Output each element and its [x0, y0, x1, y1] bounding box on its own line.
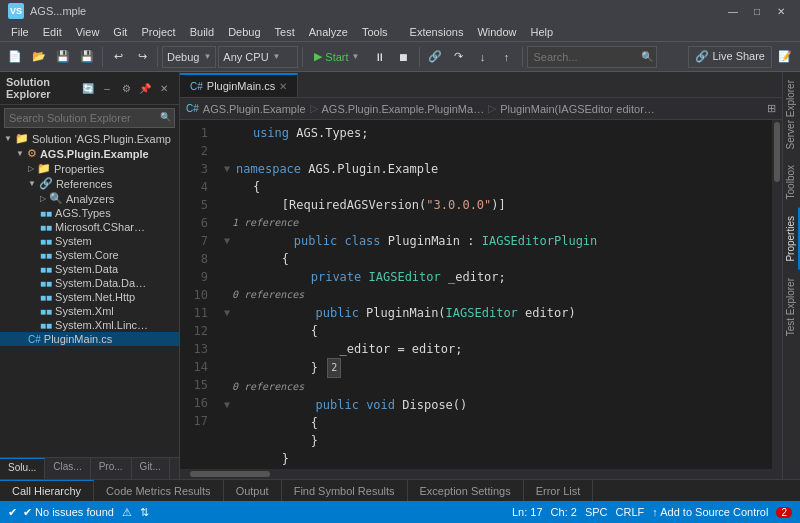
breadcrumb-icon1: C#	[186, 103, 199, 114]
breadcrumb-expand[interactable]: ⊞	[767, 102, 776, 115]
right-tab-server-explorer[interactable]: Server Explorer	[783, 72, 800, 157]
editor-tab-pluginMain[interactable]: C# PluginMain.cs ✕	[180, 73, 298, 97]
line-numbers: 12345 678910 1112131415 1617	[180, 120, 216, 469]
right-tab-toolbox[interactable]: Toolbox	[783, 157, 800, 207]
save-all-btn[interactable]: 💾	[76, 46, 98, 68]
analyzers-label: Analyzers	[66, 193, 114, 205]
step-into-btn[interactable]: ↓	[472, 46, 494, 68]
breadcrumb-3[interactable]: PluginMain(IAGSEditor editor…	[500, 103, 655, 115]
se-refresh-btn[interactable]: 🔄	[79, 79, 97, 97]
undo-btn[interactable]: ↩	[107, 46, 129, 68]
bottom-tab-exceptionSettings[interactable]: Exception Settings	[408, 480, 524, 501]
menu-view[interactable]: View	[69, 24, 107, 40]
menu-file[interactable]: File	[4, 24, 36, 40]
se-close-btn[interactable]: ✕	[155, 79, 173, 97]
vertical-scrollbar[interactable]	[772, 120, 782, 469]
editor-tab-close[interactable]: ✕	[279, 81, 287, 92]
tree-item-analyzers[interactable]: ▷ 🔍 Analyzers	[0, 191, 179, 206]
tab-solution[interactable]: Solu...	[0, 458, 45, 479]
stop-btn[interactable]: ⏹	[393, 46, 415, 68]
bottom-tab-callHierarchy[interactable]: Call Hierarchy	[0, 480, 94, 501]
systemNet-label: System.Net.Http	[55, 291, 135, 303]
attach-btn[interactable]: 🔗	[424, 46, 446, 68]
title-bar-controls: — □ ✕	[722, 2, 792, 20]
add-to-source-control[interactable]: ↑ Add to Source Control	[652, 506, 768, 518]
menu-analyze[interactable]: Analyze	[302, 24, 355, 40]
start-icon: ▶	[314, 50, 322, 63]
status-bar: ✔ ✔ No issues found ⚠ ⇅ Ln: 17 Ch: 2 SPC…	[0, 501, 800, 523]
live-share-button[interactable]: 🔗 Live Share	[688, 46, 772, 68]
code-editor[interactable]: using AGS.Types; ▼ namespace AGS.Plugin.…	[216, 120, 772, 469]
tree-item-properties[interactable]: ▷ 📁 Properties	[0, 161, 179, 176]
tab-pro[interactable]: Pro...	[91, 458, 132, 479]
tree-item-systemDataDa[interactable]: ■■ System.Data.Da…	[0, 276, 179, 290]
hscrollbar[interactable]	[180, 469, 782, 479]
code-line-1: using AGS.Types;	[224, 124, 764, 142]
redo-btn[interactable]: ↪	[131, 46, 153, 68]
bottom-tab-errorList[interactable]: Error List	[524, 480, 594, 501]
pause-btn[interactable]: ⏸	[369, 46, 391, 68]
step-out-btn[interactable]: ↑	[496, 46, 518, 68]
menu-extensions[interactable]: Extensions	[403, 24, 471, 40]
tree-item-systemXml[interactable]: ■■ System.Xml	[0, 304, 179, 318]
tree-item-solution[interactable]: ▼ 📁 Solution 'AGS.Plugin.Examp	[0, 131, 179, 146]
open-btn[interactable]: 📂	[28, 46, 50, 68]
solution-explorer-header: Solution Explorer 🔄 – ⚙ 📌 ✕	[0, 72, 179, 105]
close-button[interactable]: ✕	[770, 2, 792, 20]
tree-item-pluginMain[interactable]: C# PluginMain.cs	[0, 332, 179, 346]
tab-class[interactable]: Clas...	[45, 458, 90, 479]
maximize-button[interactable]: □	[746, 2, 768, 20]
tree-item-agsTypes[interactable]: ■■ AGS.Types	[0, 206, 179, 220]
menu-tools[interactable]: Tools	[355, 24, 395, 40]
tree-item-system[interactable]: ■■ System	[0, 234, 179, 248]
start-button[interactable]: ▶ Start ▼	[307, 46, 366, 68]
editor-breadcrumb: C# AGS.Plugin.Example ▷ AGS.Plugin.Examp…	[180, 98, 782, 120]
debug-mode-dropdown[interactable]: Debug ▼	[162, 46, 216, 68]
se-pin-btn[interactable]: 📌	[136, 79, 154, 97]
menu-project[interactable]: Project	[134, 24, 182, 40]
minimize-button[interactable]: —	[722, 2, 744, 20]
step-over-btn[interactable]: ↷	[448, 46, 470, 68]
project-icon: ⚙	[27, 147, 37, 160]
code-line-5-group: [RequiredAGSVersion("3.0.0.0")] 1 refere…	[224, 196, 764, 232]
new-project-btn[interactable]: 📄	[4, 46, 26, 68]
menu-help[interactable]: Help	[524, 24, 561, 40]
bottom-tab-findSymbol[interactable]: Find Symbol Results	[282, 480, 408, 501]
references-label: References	[56, 178, 112, 190]
menu-debug[interactable]: Debug	[221, 24, 267, 40]
tree-item-project[interactable]: ▼ ⚙ AGS.Plugin.Example	[0, 146, 179, 161]
se-collapse-btn[interactable]: –	[98, 79, 116, 97]
vsb-thumb[interactable]	[774, 122, 780, 182]
title-bar-title: AGS...mple	[30, 5, 86, 17]
breadcrumb-2[interactable]: AGS.Plugin.Example.PluginMa…	[322, 103, 485, 115]
solution-search-input[interactable]	[4, 108, 175, 128]
tree-item-systemCore[interactable]: ■■ System.Core	[0, 248, 179, 262]
code-line-10: {	[224, 322, 764, 340]
sep1	[102, 47, 103, 67]
tree-item-references[interactable]: ▼ 🔗 References	[0, 176, 179, 191]
tab-git[interactable]: Git...	[132, 458, 170, 479]
bottom-tab-codeMetrics[interactable]: Code Metrics Results	[94, 480, 224, 501]
breadcrumb-1[interactable]: AGS.Plugin.Example	[203, 103, 306, 115]
save-btn[interactable]: 💾	[52, 46, 74, 68]
tree-item-mscsharp[interactable]: ■■ Microsoft.CShar…	[0, 220, 179, 234]
app-icon: VS	[8, 3, 24, 19]
menu-test[interactable]: Test	[268, 24, 302, 40]
right-tab-properties[interactable]: Properties	[783, 208, 800, 270]
se-properties-btn[interactable]: ⚙	[117, 79, 135, 97]
menu-window[interactable]: Window	[470, 24, 523, 40]
hscrollbar-thumb[interactable]	[190, 471, 270, 477]
tree-item-systemData[interactable]: ■■ System.Data	[0, 262, 179, 276]
status-position: Ln: 17	[512, 506, 543, 518]
menu-build[interactable]: Build	[183, 24, 221, 40]
right-tab-test-explorer[interactable]: Test Explorer	[783, 270, 800, 344]
menu-edit[interactable]: Edit	[36, 24, 69, 40]
menu-git[interactable]: Git	[106, 24, 134, 40]
tree-item-systemNet[interactable]: ■■ System.Net.Http	[0, 290, 179, 304]
tree-item-systemXmlLinc[interactable]: ■■ System.Xml.Linc…	[0, 318, 179, 332]
feedback-btn[interactable]: 📝	[774, 46, 796, 68]
search-input[interactable]	[527, 46, 657, 68]
platform-dropdown[interactable]: Any CPU ▼	[218, 46, 298, 68]
bracket-indicator[interactable]: 2	[327, 358, 341, 378]
bottom-tab-output[interactable]: Output	[224, 480, 282, 501]
